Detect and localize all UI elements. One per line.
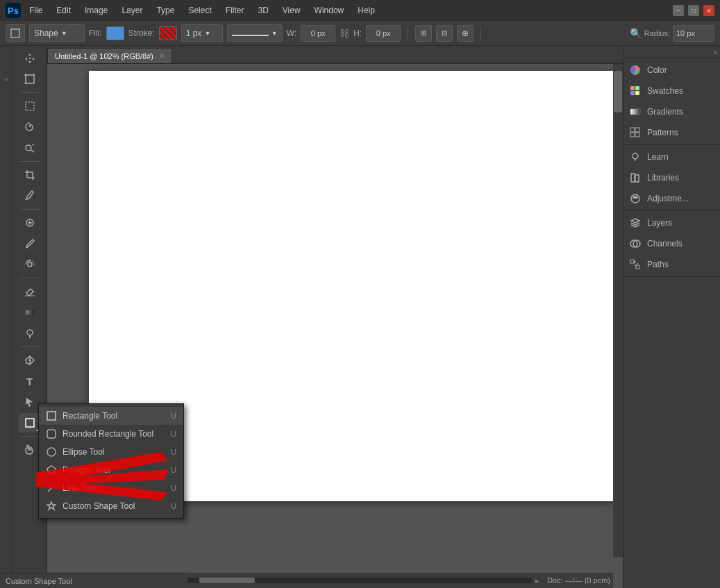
flyout-item-rounded-rect[interactable]: Rounded Rectangle Tool U: [39, 425, 183, 443]
tool-dodge[interactable]: [19, 324, 41, 343]
tool-hand[interactable]: [19, 440, 41, 460]
path-arrange-btn[interactable]: ⊕: [457, 25, 474, 42]
menu-edit[interactable]: Edit: [53, 4, 74, 17]
align-btn-2[interactable]: ⊟: [436, 25, 453, 42]
tool-artboard[interactable]: [19, 69, 41, 89]
height-input[interactable]: [366, 25, 401, 42]
flyout-item-ellipse[interactable]: Ellipse Tool U: [39, 443, 183, 461]
rectangle-tool-icon: [46, 410, 57, 421]
menu-select[interactable]: Select: [185, 4, 214, 17]
panel-item-libraries[interactable]: Libraries: [623, 167, 720, 188]
clone-icon: [24, 259, 35, 270]
panel-item-learn[interactable]: Learn: [623, 146, 720, 167]
tool-separator-6: [20, 436, 40, 437]
panel-item-swatches[interactable]: Swatches: [623, 81, 720, 101]
adjustments-icon: [629, 192, 642, 205]
swatches-icon: [629, 85, 642, 97]
tool-path-select[interactable]: [19, 392, 41, 412]
tool-eraser[interactable]: [19, 282, 41, 301]
shape-type-btn[interactable]: [6, 24, 25, 42]
vertical-scrollbar[interactable]: [613, 64, 623, 557]
type-icon: T: [26, 376, 33, 387]
panel-item-adjustments[interactable]: Adjustme...: [623, 188, 720, 209]
flyout-ellipse-label: Ellipse Tool: [62, 447, 165, 457]
collapse-icon: »: [713, 48, 717, 56]
tool-pen[interactable]: [19, 351, 41, 370]
tool-shape[interactable]: [19, 413, 41, 432]
stroke-style-dropdown[interactable]: ▼: [227, 24, 283, 42]
tool-type[interactable]: T: [19, 371, 41, 391]
tool-eyedropper[interactable]: [19, 186, 41, 205]
right-collapse-button[interactable]: »: [623, 46, 720, 58]
flyout-custom-shape-label: Custom Shape Tool: [62, 501, 165, 511]
menu-3d[interactable]: 3D: [255, 4, 271, 17]
document-tab[interactable]: Untitled-1 @ 102% (RGB/8#) ✕: [47, 48, 172, 63]
tool-crop[interactable]: [19, 165, 41, 185]
svg-rect-16: [26, 310, 34, 314]
flyout-rectangle-shortcut: U: [171, 412, 176, 420]
menu-window[interactable]: Window: [312, 4, 347, 17]
marquee-icon: [24, 101, 35, 112]
title-bar: Ps File Edit Image Layer Type Select Fil…: [0, 0, 720, 21]
svg-rect-23: [635, 86, 639, 90]
radius-input-wrapper[interactable]: 10 px: [673, 25, 714, 42]
svg-point-17: [27, 330, 33, 335]
svg-point-45: [47, 448, 56, 456]
tool-quick-select[interactable]: [19, 138, 41, 158]
stroke-swatch[interactable]: [159, 26, 177, 40]
panel-item-paths[interactable]: Paths: [623, 254, 720, 275]
h-scroll-thumb[interactable]: [199, 578, 255, 583]
tool-lasso[interactable]: [19, 117, 41, 137]
options-bar: Shape ▼ Fill: Stroke: 1 px ▼ ▼ W: ⛓ H: ⊞…: [0, 21, 720, 46]
link-icon[interactable]: ⛓: [340, 28, 349, 39]
layers-icon: [629, 217, 642, 229]
flyout-rectangle-label: Rectangle Tool: [62, 411, 165, 421]
tool-brush[interactable]: [19, 234, 41, 253]
brush-icon: [24, 238, 35, 249]
tool-heal[interactable]: [19, 213, 41, 233]
menu-help[interactable]: Help: [355, 4, 378, 17]
vertical-scroll-thumb[interactable]: [614, 71, 622, 112]
close-button[interactable]: ✕: [703, 5, 714, 16]
arrow-right-btn[interactable]: ▸: [535, 577, 539, 585]
width-input[interactable]: [301, 25, 335, 42]
panel-item-layers[interactable]: Layers: [623, 212, 720, 233]
flyout-item-polygon[interactable]: Polygon Tool U: [39, 461, 183, 479]
menu-view[interactable]: View: [280, 4, 303, 17]
minimize-button[interactable]: −: [673, 5, 684, 16]
flyout-line-label: Line Tool: [62, 483, 165, 493]
tool-move[interactable]: [19, 49, 41, 68]
quick-select-icon: [24, 142, 35, 153]
stroke-label: Stroke:: [128, 28, 155, 38]
panel-item-patterns[interactable]: Patterns: [623, 122, 720, 143]
tool-gradient[interactable]: [19, 303, 41, 322]
search-icon[interactable]: 🔍: [630, 28, 642, 39]
artboard-icon: [24, 74, 35, 85]
menu-filter[interactable]: Filter: [223, 4, 247, 17]
tab-close-button[interactable]: ✕: [159, 52, 165, 60]
menu-layer[interactable]: Layer: [119, 4, 145, 17]
svg-rect-39: [636, 265, 639, 269]
flyout-item-line[interactable]: Line Tool U: [39, 479, 183, 497]
ellipse-tool-icon: [46, 446, 57, 457]
menu-bar: File Edit Image Layer Type Select Filter…: [26, 4, 378, 17]
align-btn-1[interactable]: ⊞: [415, 25, 432, 42]
tool-flyout-menu: Rectangle Tool U Rounded Rectangle Tool …: [38, 403, 184, 519]
shape-icon: [10, 28, 20, 38]
menu-file[interactable]: File: [26, 4, 45, 17]
fill-swatch[interactable]: [106, 26, 124, 40]
shape-mode-dropdown[interactable]: Shape ▼: [29, 24, 85, 42]
stroke-width-dropdown[interactable]: 1 px ▼: [181, 24, 223, 42]
menu-image[interactable]: Image: [82, 4, 110, 17]
panel-item-gradients[interactable]: Gradients: [623, 101, 720, 122]
flyout-item-custom-shape[interactable]: Custom Shape Tool U: [39, 497, 183, 515]
maximize-button[interactable]: □: [688, 5, 699, 16]
tool-marquee[interactable]: [19, 96, 41, 116]
panel-item-channels[interactable]: Channels: [623, 233, 720, 254]
svg-rect-43: [47, 412, 56, 420]
separator-1: [408, 26, 408, 40]
menu-type[interactable]: Type: [153, 4, 177, 17]
flyout-item-rectangle[interactable]: Rectangle Tool U: [39, 407, 183, 425]
tool-clone[interactable]: [19, 255, 41, 274]
panel-item-color[interactable]: Color: [623, 60, 720, 81]
